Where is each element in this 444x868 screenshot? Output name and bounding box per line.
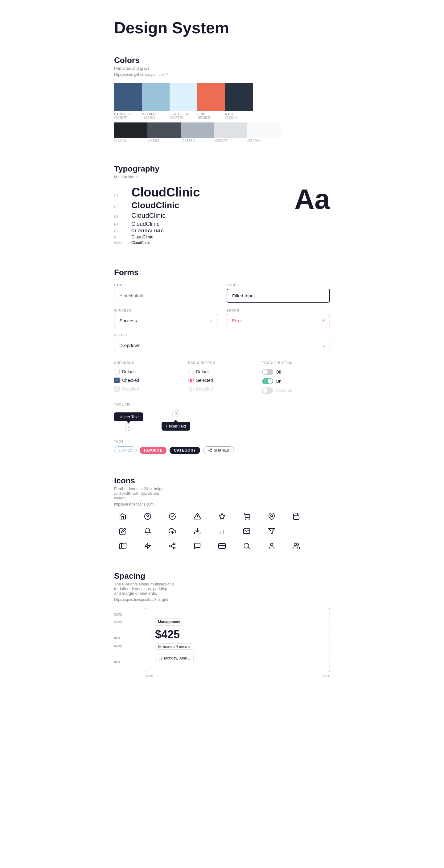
gray-swatch — [214, 122, 247, 138]
color-block-dark-blue: DARK BLUE #3E5B7F — [114, 83, 142, 119]
type-sample-text: CloudClinic — [131, 185, 200, 199]
radio-group: RADIO BUTTON Default Selected — [188, 361, 256, 394]
toggle-on[interactable]: On — [262, 378, 330, 384]
type-sample-text: CloudClinic — [131, 200, 180, 210]
toggle-on-track — [262, 378, 273, 384]
focus-field-label: FOCUS — [227, 283, 330, 287]
tooltip-above-demo: Helper Text ? — [114, 412, 143, 431]
radio-selected[interactable]: Selected — [188, 377, 256, 383]
checkbox-checked-box: ✓ — [114, 377, 120, 383]
upload-cloud-icon — [164, 527, 181, 535]
spacing-line-2 — [332, 629, 337, 629]
credit-card-icon — [213, 542, 231, 550]
spacing-label-04: 04PX — [114, 645, 133, 648]
error-input[interactable] — [227, 314, 330, 327]
success-input[interactable] — [114, 314, 217, 327]
tooltip-question-icon-2[interactable]: ? — [172, 410, 180, 417]
radio-default-outer — [188, 369, 194, 374]
toggle-off-thumb — [263, 370, 267, 374]
help-circle-icon — [139, 513, 156, 520]
icons-title: Icons — [114, 476, 330, 486]
tag-favorite[interactable]: FAVORITE — [140, 447, 166, 454]
radio-selected-inner — [190, 379, 192, 382]
colors-link: https://yeun.github.io/open-color/ — [114, 72, 330, 77]
tag-count[interactable]: 1 OF 12 — [114, 446, 136, 454]
bar-chart-icon — [213, 527, 231, 535]
dropdown-select[interactable]: Dropdown — [114, 339, 330, 352]
radio-disabled-outer — [188, 386, 194, 392]
type-row-h1: H1 CloudClinic — [114, 185, 270, 199]
gray-hex-value: #495057 — [148, 139, 181, 143]
icons-link: https://feathericons.com/ — [114, 502, 330, 506]
checkbox-disabled-box — [114, 386, 120, 392]
empty-icon-4 — [313, 542, 330, 550]
color-block-light-blue: LIGHT BLUE #DDF2FD — [169, 83, 197, 119]
icons-subtitle: Feather icons at 24px height and width w… — [114, 487, 169, 500]
grays-row: #212429 #495057 #ACB5BD #DEE2E5 #F8F9FA — [114, 122, 330, 143]
checkbox-default[interactable]: Default — [114, 369, 182, 374]
forms-grid: LABEL FOCUS SUCCESS ✓ ERROR — [114, 283, 330, 454]
color-block-navy: NAVY #293241 — [225, 83, 253, 119]
color-name: DARK BLUE — [114, 113, 133, 116]
filled-input[interactable] — [227, 289, 330, 303]
gray-hex-value: #F8F9FA — [247, 139, 281, 143]
spacing-demo-area: Management $425 Minimum of 6 months Mond… — [145, 608, 330, 678]
filter-icon — [263, 527, 280, 535]
zap-icon — [139, 542, 156, 550]
spacing-labels-col: 32PX 24PX 8PX 04PX 8PX — [114, 608, 133, 664]
svg-marker-26 — [145, 543, 151, 549]
tags-row: 1 OF 12 FAVORITE CATEGORY SHARED — [114, 446, 330, 454]
toggle-disabled: Disabled — [262, 388, 330, 394]
type-sample-text: CLOUDCLINIC — [131, 228, 164, 233]
type-row-h4: H4 CloudClinic — [114, 221, 270, 227]
gray-swatch — [247, 122, 281, 138]
typography-section: Typography Maison Neue H1 CloudClinic H2… — [114, 164, 330, 246]
share-icon — [164, 542, 181, 550]
colors-section: Colors Primaries and grays https://yeun.… — [114, 56, 330, 143]
placeholder-input[interactable] — [114, 289, 217, 302]
forms-title: Forms — [114, 268, 330, 277]
spacing-title: Spacing — [114, 571, 330, 581]
star-icon — [213, 513, 231, 520]
radio-group-title: RADIO BUTTON — [188, 361, 256, 365]
tag-shared[interactable]: SHARED — [203, 446, 234, 454]
mail-icon — [238, 527, 255, 535]
spacing-section: Spacing The 8-pt grid. Using multiples o… — [114, 571, 330, 678]
search-icon — [238, 542, 255, 550]
radio-disabled-inner — [190, 388, 192, 391]
radio-default[interactable]: Default — [188, 369, 256, 374]
alert-triangle-icon — [188, 513, 205, 520]
tooltip-above-bubble: Helper Text — [114, 412, 143, 421]
type-row-h2: H2 CloudClinic — [114, 200, 270, 210]
checkbox-disabled: Disabled — [114, 386, 182, 392]
toggle-off-label: Off — [276, 370, 281, 374]
tooltip-below-demo: ? Helper Text — [162, 410, 191, 431]
checkbox-checked[interactable]: ✓ Checked — [114, 377, 182, 383]
svg-line-30 — [171, 547, 173, 548]
primary-colors-row: DARK BLUE #3E5B7F MID BLUE #9AC2D8 LIGHT… — [114, 83, 330, 119]
gray-hex-value: #DEE2E5 — [214, 139, 247, 143]
toggle-off[interactable]: Off — [262, 369, 330, 375]
check-circle-icon — [164, 513, 181, 520]
spacing-label-8b: 8PX — [114, 660, 133, 664]
aa-demo: Aa — [294, 185, 330, 213]
type-row-small: SMALL CloudClinic — [114, 241, 270, 245]
error-field-label: ERROR — [227, 309, 330, 312]
tooltips-row: Helper Text ? ? Helper Text — [114, 410, 330, 431]
color-name: PINK — [197, 113, 205, 116]
home-icon — [114, 513, 131, 520]
tag-category[interactable]: CATEGORY — [169, 447, 200, 454]
color-name: NAVY — [225, 113, 234, 116]
typography-title: Typography — [114, 164, 330, 174]
color-swatch — [169, 83, 197, 111]
svg-rect-13 — [293, 514, 299, 520]
gray-block: #DEE2E5 — [214, 122, 247, 143]
radio-disabled-label: Disabled — [196, 386, 213, 392]
svg-marker-22 — [268, 528, 275, 534]
icons-section: Icons Feather icons at 24px height and w… — [114, 476, 330, 550]
gray-swatch — [114, 122, 148, 138]
message-square-icon — [188, 542, 205, 550]
svg-line-35 — [248, 548, 249, 549]
tooltip-question-icon-1[interactable]: ? — [125, 423, 132, 431]
share-icon — [208, 448, 212, 453]
